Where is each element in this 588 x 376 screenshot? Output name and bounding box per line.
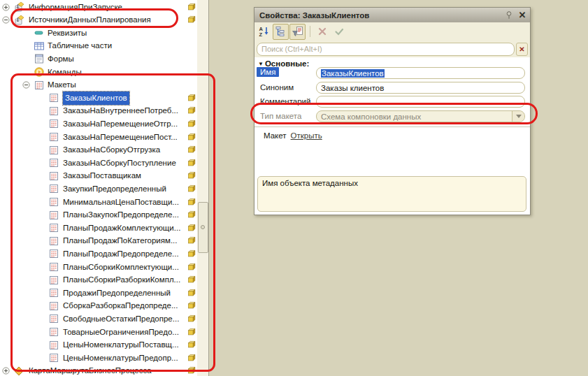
tree-item[interactable]: ПланыПродажПредопределе... [0,247,197,261]
tree-scrollbar[interactable] [197,0,209,376]
tree-item[interactable]: ЗаказыНаПеремещениеОтгр... [0,117,197,131]
captured-object-icon [187,366,196,375]
metadata-object-icon [13,1,24,13]
tree-item[interactable]: Формы [0,52,197,66]
tree-item-label: ТоварныеОграниченияПредо... [63,326,179,339]
property-value-field[interactable]: Схема компоновки данных [316,110,525,122]
tree-item-label: ПланыПродажПоКатегориям... [63,234,178,247]
properties-body: ▼Основные: ИмяЗаказыКлиентовСинонимЗаказ… [254,57,530,215]
layout-row: МакетОткрыть [264,131,322,140]
captured-object-icon [187,185,196,193]
search-row: ✕ [254,41,530,57]
layout-icon [34,80,45,91]
tree-item[interactable]: ПланыСборкиКомплектующи... [0,261,197,274]
tree-item-label: ПланыСборкиРазборкиКомпл... [63,273,180,287]
properties-toolbar: AZ [254,22,530,41]
close-icon[interactable]: ✕ [515,10,530,20]
layout-icon [48,196,59,208]
layout-label: Макет [264,131,287,140]
tree-item[interactable]: Команды [0,66,197,79]
layout-icon [48,248,59,259]
property-value-field[interactable] [316,96,525,108]
tree-item[interactable]: СвободныеОстаткиПредопре... [0,312,197,326]
sort-az-button[interactable]: AZ [256,24,272,40]
layout-icon [48,118,59,129]
tree-item-label: ЗаказыНаСборкуОтгрузка [63,143,160,157]
tree-item[interactable]: МинимальнаяЦенаПоставщи... [0,196,197,209]
layout-icon [48,236,59,247]
properties-palette: Свойства: ЗаказыКлиентов ✕ AZ ✕ ▼Основны… [254,7,531,215]
tree-item[interactable]: ЗакупкиПредопределенный [0,182,197,196]
tree-item[interactable]: ТоварныеОграниченияПредо... [0,326,197,339]
layout-icon [48,340,59,351]
property-label[interactable]: Синоним [260,83,294,92]
search-input[interactable] [257,43,515,56]
pin-icon[interactable] [503,10,515,20]
tree-item[interactable]: ПланыЗакупокПредопределе... [0,208,197,222]
tree-item-label: Макеты [48,78,76,92]
tree-item-label: ЗаказыКлиентов [63,92,129,105]
open-layout-link[interactable]: Открыть [291,131,322,140]
delete-button[interactable] [314,24,330,40]
tree-item-label: ПланыПродажКомплектующи... [63,222,180,235]
expander-minus-icon[interactable] [2,16,10,24]
diamond-icon [13,366,24,376]
tree-item[interactable]: ПланыПродажКомплектующи... [0,222,197,235]
property-value-field[interactable]: ЗаказыКлиентов [316,67,525,79]
property-label[interactable]: Комментарий [260,97,310,106]
tree-item-label: ЦеныНоменклатурыПоставщ... [63,338,179,352]
tree-item[interactable]: ЗаказыНаСборкуОтгрузка [0,143,197,157]
captured-object-icon [187,328,196,336]
tree-item[interactable]: ПродажиПредопределенный [0,287,197,300]
dropdown-arrow-icon[interactable] [512,111,524,122]
metadata-object-icon [13,15,24,26]
property-label[interactable]: Тип макета [260,112,301,120]
tree-item[interactable]: ПланыСборкиРазборкиКомпл... [0,273,197,287]
layout-icon [48,275,59,286]
scrollbar-thumb[interactable] [198,202,208,253]
tree-item-label: ЗакупкиПредопределенный [63,182,166,196]
tree-item-label: ЗаказыНаВнутреннееПотреб... [63,104,178,117]
tree-item[interactable]: ЦеныНоменклатурыПредопр... [0,352,197,365]
expander-plus-icon[interactable] [2,367,10,375]
tree-item[interactable]: ЗаказыКлиентов [0,92,197,105]
captured-object-icon [187,275,196,284]
tree-item-label: Команды [48,66,82,79]
categories-button[interactable] [273,24,289,40]
table-icon [34,41,45,52]
layout-icon [48,92,59,103]
tree-item[interactable]: ЗаказыПоставщикам [0,169,197,182]
captured-object-icon [187,3,196,11]
captured-object-icon [187,314,196,323]
tree-item[interactable]: ЗаказыНаПеремещениеПост... [0,131,197,144]
tree-item[interactable]: ИсточникиДанныхПланирования [0,13,197,27]
tree-item[interactable]: ЗаказыНаВнутреннееПотреб... [0,104,197,117]
expander-minus-icon[interactable] [22,81,30,89]
tree-item[interactable]: Табличные части [0,39,197,52]
tree-item[interactable]: СборкаРазборкаПредопреде... [0,299,197,312]
clear-search-icon[interactable]: ✕ [516,43,528,56]
tree-item-label: ПродажиПредопределенный [63,287,171,300]
layout-icon [48,145,59,156]
tree-item[interactable]: КартаМаршрутаБизнесПроцесса [0,364,197,376]
tree-item[interactable]: ИнформацияПриЗапуске [0,1,197,14]
captured-object-icon [187,236,196,245]
layout-icon [48,326,59,338]
tree-item[interactable]: Реквизиты [0,27,197,40]
captured-object-icon [187,120,196,128]
tree-item-label: ПланыСборкиКомплектующи... [63,261,179,274]
tree-item-label: ИнформацияПриЗапуске [29,1,122,14]
property-value-field[interactable]: Заказы клиентов [316,82,525,94]
tree-item-label: ИсточникиДанныхПланирования [29,13,151,27]
tree-item[interactable]: ЦеныНоменклатурыПоставщ... [0,338,197,352]
tree-item[interactable]: ПланыПродажПоКатегориям... [0,234,197,247]
form-icon [34,53,45,64]
expander-plus-icon[interactable] [2,3,10,11]
tree-item[interactable]: ЗаказыНаСборкуПоступление [0,157,197,170]
apply-button[interactable] [331,24,347,40]
tree-item[interactable]: Макеты [0,78,197,92]
property-label[interactable]: Имя [257,67,279,77]
layout-icon [48,352,59,363]
filter-button[interactable] [289,24,306,40]
svg-text:Z: Z [259,31,262,38]
